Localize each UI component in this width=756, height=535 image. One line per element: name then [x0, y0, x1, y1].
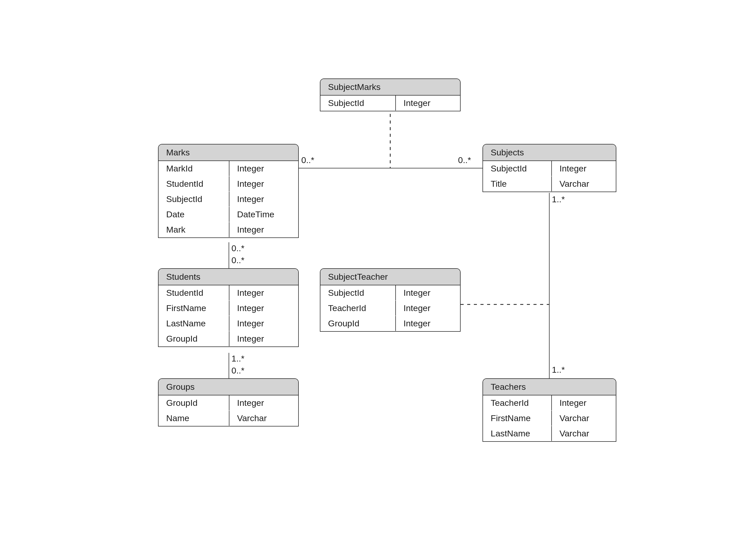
field-type: Integer [396, 96, 460, 111]
field-type: Integer [552, 161, 616, 176]
multiplicity-label: 1..* [552, 194, 565, 204]
multiplicity-label: 0..* [231, 243, 245, 253]
field-name: StudentId [159, 285, 229, 300]
field-type: Integer [229, 395, 298, 410]
field-type: Integer [229, 331, 298, 346]
field-type: Integer [229, 176, 298, 191]
field-name: GroupId [159, 331, 229, 346]
field-type: Integer [229, 161, 298, 176]
field-type: Integer [396, 301, 460, 316]
entity-field-row: SubjectIdInteger [159, 192, 298, 207]
entity-title: Students [159, 269, 298, 285]
entity-field-row: DateDateTime [159, 207, 298, 222]
entity-field-row: StudentIdInteger [159, 285, 298, 301]
field-name: SubjectId [320, 96, 396, 111]
field-type: Varchar [552, 411, 616, 426]
entity-field-row: StudentIdInteger [159, 176, 298, 192]
multiplicity-label: 0..* [301, 155, 314, 165]
entity-subjectmarks[interactable]: SubjectMarksSubjectIdInteger [320, 78, 461, 111]
field-name: StudentId [159, 176, 229, 191]
entity-title: SubjectTeacher [320, 269, 460, 285]
field-name: Date [159, 207, 229, 222]
entity-field-row: GroupIdInteger [159, 331, 298, 347]
field-type: Varchar [229, 411, 298, 426]
entity-title: Marks [159, 144, 298, 161]
entity-title: Groups [159, 379, 298, 395]
entity-field-row: SubjectIdInteger [320, 96, 460, 111]
field-type: Integer [229, 316, 298, 331]
field-type: Integer [229, 192, 298, 207]
field-type: Integer [229, 301, 298, 316]
field-type: Varchar [552, 426, 616, 441]
entity-field-row: MarkInteger [159, 222, 298, 238]
entity-subjects[interactable]: SubjectsSubjectIdIntegerTitleVarchar [482, 144, 616, 192]
multiplicity-label: 0..* [231, 366, 245, 376]
field-name: FirstName [159, 301, 229, 316]
multiplicity-label: 1..* [552, 365, 565, 375]
field-name: MarkId [159, 161, 229, 176]
entity-field-row: TeacherIdInteger [320, 301, 460, 316]
field-name: LastName [483, 426, 552, 441]
entity-field-row: MarkIdInteger [159, 161, 298, 176]
field-name: Name [159, 411, 229, 426]
entity-field-row: LastNameInteger [159, 316, 298, 331]
field-type: Integer [396, 316, 460, 331]
er-diagram-canvas: 0..*0..*1..*1..*0..*0..*1..*0..*SubjectM… [0, 0, 756, 535]
entity-title: Subjects [483, 144, 616, 161]
field-type: Varchar [552, 176, 616, 191]
entity-marks[interactable]: MarksMarkIdIntegerStudentIdIntegerSubjec… [158, 144, 299, 238]
entity-field-row: LastNameVarchar [483, 426, 616, 441]
entity-field-row: FirstNameInteger [159, 301, 298, 316]
entity-field-row: SubjectIdInteger [483, 161, 616, 176]
entity-field-row: GroupIdInteger [320, 316, 460, 331]
entity-field-row: SubjectIdInteger [320, 285, 460, 301]
multiplicity-label: 0..* [231, 255, 245, 265]
entity-title: Teachers [483, 379, 616, 395]
entity-field-row: TeacherIdInteger [483, 395, 616, 411]
entity-title: SubjectMarks [320, 79, 460, 96]
multiplicity-label: 0..* [458, 155, 471, 165]
entity-students[interactable]: StudentsStudentIdIntegerFirstNameInteger… [158, 268, 299, 347]
entity-field-row: FirstNameVarchar [483, 411, 616, 426]
field-name: Title [483, 176, 552, 191]
field-name: LastName [159, 316, 229, 331]
field-name: TeacherId [320, 301, 396, 316]
field-type: Integer [396, 285, 460, 300]
field-name: SubjectId [320, 285, 396, 300]
multiplicity-label: 1..* [231, 353, 245, 364]
field-type: Integer [229, 285, 298, 300]
field-type: DateTime [229, 207, 298, 222]
field-name: TeacherId [483, 395, 552, 410]
entity-teachers[interactable]: TeachersTeacherIdIntegerFirstNameVarchar… [482, 378, 616, 442]
entity-field-row: NameVarchar [159, 411, 298, 426]
field-name: FirstName [483, 411, 552, 426]
field-name: Mark [159, 222, 229, 237]
entity-subjectteacher[interactable]: SubjectTeacherSubjectIdIntegerTeacherIdI… [320, 268, 461, 332]
field-name: GroupId [320, 316, 396, 331]
entity-field-row: TitleVarchar [483, 176, 616, 192]
entity-field-row: GroupIdInteger [159, 395, 298, 411]
field-name: SubjectId [159, 192, 229, 207]
field-name: GroupId [159, 395, 229, 410]
entity-groups[interactable]: GroupsGroupIdIntegerNameVarchar [158, 378, 299, 427]
field-type: Integer [229, 222, 298, 237]
field-name: SubjectId [483, 161, 552, 176]
field-type: Integer [552, 395, 616, 410]
